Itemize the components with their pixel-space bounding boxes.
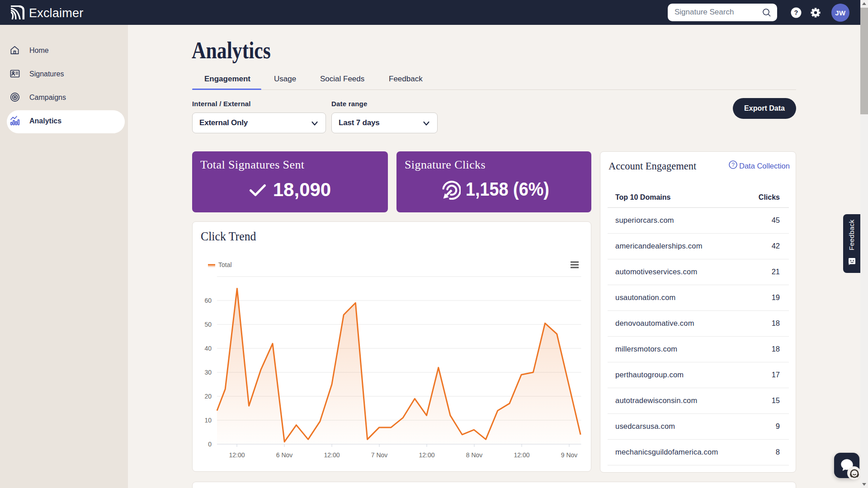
- svg-text:8 Nov: 8 Nov: [466, 451, 483, 459]
- svg-text:?: ?: [731, 162, 735, 168]
- svg-text:6 Nov: 6 Nov: [276, 451, 293, 459]
- svg-text:Total: Total: [218, 261, 232, 268]
- svg-text:40: 40: [204, 345, 212, 352]
- svg-text:20: 20: [204, 393, 212, 400]
- svg-text:12:00: 12:00: [419, 451, 434, 459]
- svg-text:7 Nov: 7 Nov: [371, 451, 388, 459]
- svg-text:10: 10: [204, 417, 212, 424]
- svg-text:60: 60: [204, 297, 212, 304]
- svg-text:?: ?: [794, 9, 798, 16]
- svg-text:30: 30: [204, 369, 212, 376]
- svg-text:12:00: 12:00: [514, 451, 529, 459]
- svg-text:12:00: 12:00: [229, 451, 245, 459]
- svg-text:12:00: 12:00: [324, 451, 340, 459]
- svg-text:0: 0: [208, 441, 212, 448]
- svg-text:9 Nov: 9 Nov: [561, 451, 578, 459]
- svg-text:50: 50: [204, 321, 212, 328]
